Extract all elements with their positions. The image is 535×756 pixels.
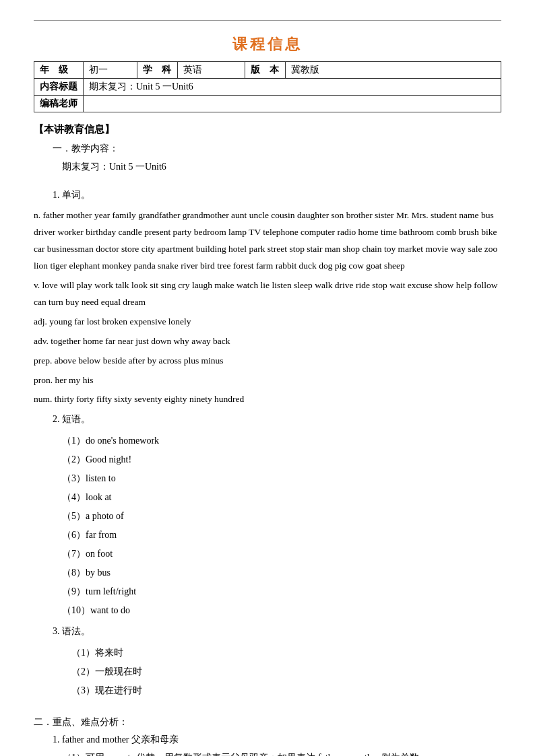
top-divider: [34, 20, 501, 21]
grade-value: 初一: [84, 62, 137, 79]
course-title: 课程信息: [34, 34, 501, 55]
phrase-item-9: （9）turn left/right: [62, 582, 501, 601]
adv-list: adv. together home far near just down wh…: [34, 333, 501, 350]
vocab-section-title: 1. 单词。: [53, 186, 501, 205]
phrase-item-10: （10）want to do: [62, 601, 501, 620]
phrase-item-5: （5）a photo of: [62, 507, 501, 526]
grade-label: 年 级: [34, 62, 84, 79]
phrase-item-8: （8）by bus: [62, 563, 501, 582]
edition-value: 冀教版: [286, 62, 501, 79]
grammar-section-title: 3. 语法。: [53, 623, 501, 641]
grammar-item-3: （3）现在进行时: [71, 681, 501, 700]
table-row: 年 级 初一 学 科 英语 版 本 冀教版: [34, 62, 501, 79]
phrase-item-1: （1）do one's homework: [62, 432, 501, 450]
editor-label: 编稿老师: [34, 96, 84, 112]
phrase-item-2: （2）Good night!: [62, 450, 501, 469]
section2-item1-sub: （1）可用 parents 代替，用复数形式表示父母双亲；如果表达 father…: [62, 749, 501, 756]
phrase-item-7: （7）on foot: [62, 545, 501, 563]
grammar-item-1: （1）将来时: [71, 644, 501, 662]
phrase-section-title: 2. 短语。: [53, 411, 501, 429]
noun-list: n. father mother year family grandfather…: [34, 207, 501, 275]
phrase-item-3: （3）listen to: [62, 469, 501, 488]
phrase-list: （1）do one's homework （2）Good night! （3）l…: [34, 432, 501, 620]
subject-label: 学 科: [137, 62, 178, 79]
main-content: 【本讲教育信息】 一．教学内容： 期末复习：Unit 5 一Unit6 1. 单…: [34, 123, 501, 756]
teaching-label: 一．教学内容：: [53, 140, 501, 158]
teaching-value: 期末复习：Unit 5 一Unit6: [62, 158, 501, 176]
grammar-list: （1）将来时 （2）一般现在时 （3）现在进行时: [34, 644, 501, 700]
table-row: 内容标题 期末复习：Unit 5 一Unit6: [34, 79, 501, 96]
section2-item1-title: 1. father and mother 父亲和母亲: [53, 731, 501, 749]
num-list: num. thirty forty fifty sixty seventy ei…: [34, 391, 501, 408]
table-row: 编稿老师: [34, 96, 501, 112]
phrase-item-4: （4）look at: [62, 488, 501, 507]
grammar-item-2: （2）一般现在时: [71, 662, 501, 681]
editor-value: [84, 96, 501, 112]
section2-header: 二．重点、难点分析：: [34, 714, 501, 732]
course-info-table: 年 级 初一 学 科 英语 版 本 冀教版 内容标题 期末复习：Unit 5 一…: [34, 61, 501, 112]
prep-list: prep. above below beside after by across…: [34, 353, 501, 370]
verb-list: v. love will play work talk look sit sin…: [34, 277, 501, 311]
pron-list: pron. her my his: [34, 372, 501, 389]
subject-value: 英语: [178, 62, 245, 79]
section-header: 【本讲教育信息】: [34, 123, 501, 136]
adj-list: adj. young far lost broken expensive lon…: [34, 314, 501, 331]
phrase-item-6: （6）far from: [62, 526, 501, 545]
edition-label: 版 本: [245, 62, 286, 79]
content-value: 期末复习：Unit 5 一Unit6: [84, 79, 501, 96]
content-label: 内容标题: [34, 79, 84, 96]
